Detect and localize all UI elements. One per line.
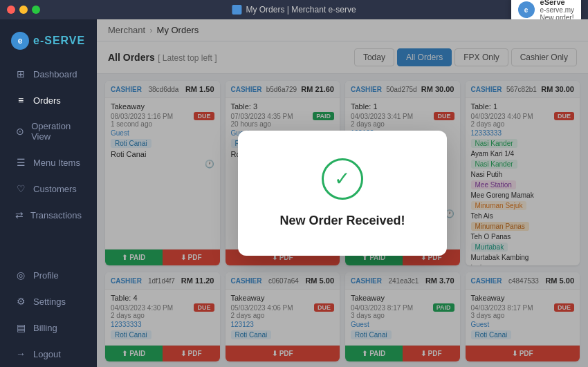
orders-icon: ≡ [15,95,26,106]
sidebar-item-settings[interactable]: ⚙ Settings [4,289,93,314]
window-title: My Orders | Merchant e-serve [232,5,356,15]
main-layout: e e-SERVE ⊞ Dashboard ≡ Orders ⊙ Operati… [0,19,588,367]
sidebar-label-billing: Billing [33,323,57,333]
close-button[interactable] [7,6,15,14]
sidebar-label-settings: Settings [33,297,66,307]
checkmark-icon: ✓ [334,169,350,189]
operation-icon: ⊙ [15,126,24,137]
sidebar-item-customers[interactable]: ♡ Customers [4,176,93,201]
transactions-icon: ⇄ [15,209,24,220]
notif-text: eServe e-serve.my New order! [540,0,574,21]
sidebar-label-profile: Profile [33,270,59,281]
sidebar-label-customers: Customers [33,184,77,194]
new-order-modal: ✓ New Order Received! [238,131,446,256]
sidebar-label-transactions: Transactions [30,210,82,220]
dashboard-icon: ⊞ [15,68,26,79]
notif-app-icon: e [518,1,535,18]
menu-icon: ☰ [15,157,26,168]
billing-icon: ▤ [15,322,26,333]
favicon [232,5,241,15]
modal-overlay[interactable]: ✓ New Order Received! [97,19,588,367]
sidebar-item-transactions[interactable]: ⇄ Transactions [4,203,93,227]
window-controls [7,6,40,14]
sidebar-item-profile[interactable]: ◎ Profile [4,263,93,288]
profile-icon: ◎ [15,270,26,281]
content-area: Merchant › My Orders All Orders [ Latest… [97,19,588,367]
logout-icon: → [15,348,26,359]
sidebar-item-orders[interactable]: ≡ Orders [4,88,93,113]
modal-check-circle: ✓ [322,158,363,200]
sidebar-logo: e e-SERVE [0,26,97,61]
sidebar-label-operation: Operation View [31,121,82,142]
sidebar-label-orders: Orders [33,95,61,106]
settings-icon: ⚙ [15,296,26,307]
modal-title: New Order Received! [279,214,405,228]
sidebar-item-operation-view[interactable]: ⊙ Operation View [4,114,93,149]
customers-icon: ♡ [15,183,26,194]
sidebar-label-dashboard: Dashboard [33,69,77,79]
sidebar-item-billing[interactable]: ▤ Billing [4,315,93,340]
logo-text: e-SERVE [33,35,85,47]
sidebar: e e-SERVE ⊞ Dashboard ≡ Orders ⊙ Operati… [0,19,97,367]
sidebar-item-logout[interactable]: → Logout [4,341,93,366]
sidebar-item-menu-items[interactable]: ☰ Menu Items [4,150,93,175]
titlebar: My Orders | Merchant e-serve e eServe e-… [0,0,588,19]
sidebar-label-logout: Logout [33,349,61,359]
minimize-button[interactable] [19,6,28,14]
sidebar-label-menu: Menu Items [33,158,80,168]
maximize-button[interactable] [32,6,40,14]
sidebar-item-dashboard[interactable]: ⊞ Dashboard [4,62,93,86]
logo-icon: e [11,32,29,50]
